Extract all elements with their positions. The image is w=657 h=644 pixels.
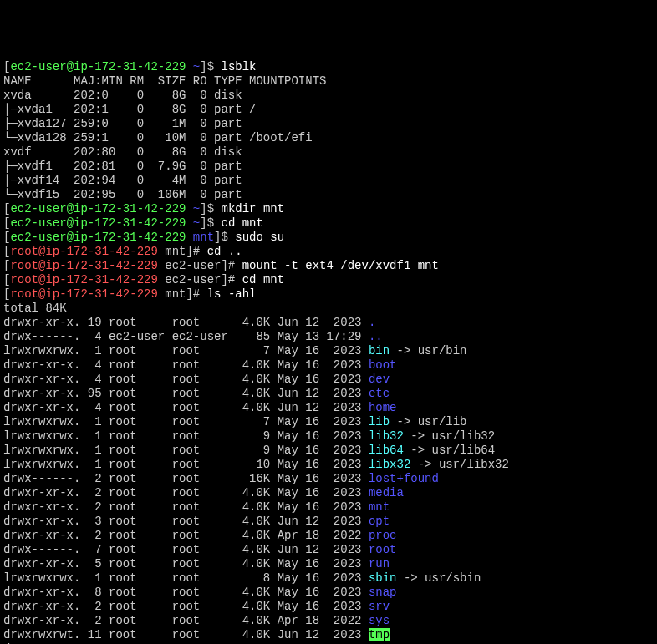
ls-entry-: drwx------. 4 ec2-user ec2-user 85 May 1… xyxy=(3,330,654,344)
cmd-ls: [root@ip-172-31-42-229 mnt]# ls -ahl xyxy=(3,287,654,302)
lsblk-row: ├─xvdf1 202:81 0 7.9G 0 part xyxy=(3,160,654,174)
lsblk-row: xvda 202:0 0 8G 0 disk xyxy=(3,89,654,103)
lsblk-row: ├─xvda1 202:1 0 8G 0 part / xyxy=(3,103,654,117)
cmd-sudo-su: [ec2-user@ip-172-31-42-229 mnt]$ sudo su xyxy=(3,231,654,245)
terminal-output[interactable]: [ec2-user@ip-172-31-42-229 ~]$ lsblkNAME… xyxy=(3,60,654,644)
ls-entry-media: drwxr-xr-x. 2 root root 4.0K May 16 2023… xyxy=(3,486,654,500)
cmd-mount: [root@ip-172-31-42-229 ec2-user]# mount … xyxy=(3,259,654,273)
ls-entry-tmp: drwxrwxrwt. 11 root root 4.0K Jun 12 202… xyxy=(3,628,654,642)
ls-entry-lib32: lrwxrwxrwx. 1 root root 9 May 16 2023 li… xyxy=(3,429,654,444)
ls-entry-etc: drwxr-xr-x. 95 root root 4.0K Jun 12 202… xyxy=(3,387,654,401)
ls-entry-run: drwxr-xr-x. 5 root root 4.0K May 16 2023… xyxy=(3,557,654,571)
ls-entry-snap: drwxr-xr-x. 8 root root 4.0K May 16 2023… xyxy=(3,586,654,600)
ls-entry-lib64: lrwxrwxrwx. 1 root root 9 May 16 2023 li… xyxy=(3,444,654,458)
cmd-lsblk: [ec2-user@ip-172-31-42-229 ~]$ lsblk xyxy=(3,60,654,74)
ls-entry-root: drwx------. 7 root root 4.0K Jun 12 2023… xyxy=(3,543,654,557)
ls-entry-home: drwxr-xr-x. 4 root root 4.0K Jun 12 2023… xyxy=(3,401,654,415)
cmd-cd-up: [root@ip-172-31-42-229 mnt]# cd .. xyxy=(3,245,654,259)
ls-entry-dev: drwxr-xr-x. 4 root root 4.0K May 16 2023… xyxy=(3,373,654,387)
ls-entry-lib: lrwxrwxrwx. 1 root root 7 May 16 2023 li… xyxy=(3,415,654,429)
lsblk-row: ├─xvda127 259:0 0 1M 0 part xyxy=(3,117,654,131)
cmd-cd-mnt: [ec2-user@ip-172-31-42-229 ~]$ cd mnt xyxy=(3,216,654,231)
ls-entry-srv: drwxr-xr-x. 2 root root 4.0K May 16 2023… xyxy=(3,600,654,614)
lsblk-header: NAME MAJ:MIN RM SIZE RO TYPE MOUNTPOINTS xyxy=(3,74,654,89)
ls-entry-boot: drwxr-xr-x. 4 root root 4.0K May 16 2023… xyxy=(3,358,654,373)
cmd-cd-mnt2: [root@ip-172-31-42-229 ec2-user]# cd mnt xyxy=(3,273,654,287)
ls-entry-sys: drwxr-xr-x. 2 root root 4.0K Apr 18 2022… xyxy=(3,614,654,628)
lsblk-row: xvdf 202:80 0 8G 0 disk xyxy=(3,145,654,160)
ls-entry-sbin: lrwxrwxrwx. 1 root root 8 May 16 2023 sb… xyxy=(3,571,654,586)
ls-entry-libx32: lrwxrwxrwx. 1 root root 10 May 16 2023 l… xyxy=(3,458,654,472)
ls-entry-bin: lrwxrwxrwx. 1 root root 7 May 16 2023 bi… xyxy=(3,344,654,358)
ls-total: total 84K xyxy=(3,302,654,316)
ls-entry-opt: drwxr-xr-x. 3 root root 4.0K Jun 12 2023… xyxy=(3,515,654,529)
ls-entry-proc: drwxr-xr-x. 2 root root 4.0K Apr 18 2022… xyxy=(3,529,654,543)
cmd-mkdir: [ec2-user@ip-172-31-42-229 ~]$ mkdir mnt xyxy=(3,202,654,216)
lsblk-row: └─xvdf15 202:95 0 106M 0 part xyxy=(3,188,654,202)
lsblk-row: ├─xvdf14 202:94 0 4M 0 part xyxy=(3,174,654,188)
ls-entry-: drwxr-xr-x. 19 root root 4.0K Jun 12 202… xyxy=(3,316,654,330)
lsblk-row: └─xvda128 259:1 0 10M 0 part /boot/efi xyxy=(3,131,654,145)
ls-entry-lostfound: drwx------. 2 root root 16K May 16 2023 … xyxy=(3,472,654,486)
ls-entry-mnt: drwxr-xr-x. 2 root root 4.0K May 16 2023… xyxy=(3,500,654,515)
